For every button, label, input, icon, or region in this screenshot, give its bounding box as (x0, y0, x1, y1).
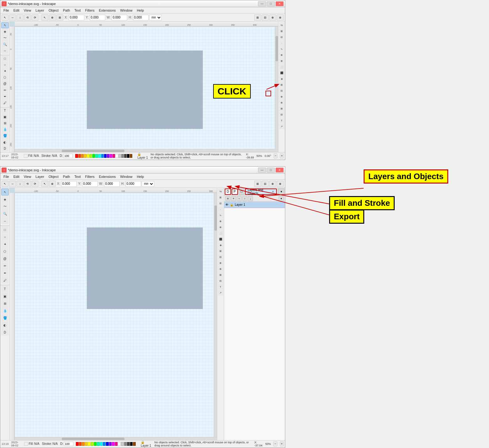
color-cyan[interactable] (98, 154, 101, 158)
x-input[interactable] (69, 15, 84, 20)
bottom-color-magenta[interactable] (112, 442, 115, 446)
bottom-snap-main-btn[interactable]: % (218, 189, 223, 194)
connector-tool[interactable]: D (1, 146, 9, 152)
bottom-color-orange-red[interactable] (79, 442, 82, 446)
layer-menu-btn[interactable]: ≡ (225, 196, 230, 201)
bottom-snap-r5[interactable]: ⊕ (218, 218, 223, 224)
bottom-horizontal-scrollbar[interactable] (15, 437, 217, 440)
star-tool[interactable]: ✦ (1, 68, 9, 74)
toolbar-btn-8[interactable]: ⊞ (56, 14, 63, 21)
menu-extensions[interactable]: Extensions (97, 8, 118, 13)
bottom-x-input[interactable] (61, 181, 77, 187)
bottom-d-input[interactable] (64, 442, 73, 446)
y-input[interactable] (90, 15, 105, 20)
snap-btn-1[interactable]: ⊞ (254, 14, 261, 21)
bottom-menu-extensions[interactable]: Extensions (97, 174, 118, 179)
layer-down-btn[interactable]: ↓ (248, 196, 253, 201)
rect-tool[interactable]: □ (1, 56, 9, 61)
menu-edit[interactable]: Edit (12, 8, 21, 13)
bottom-tweak-tool[interactable]: 〜 (1, 203, 9, 210)
bottom-color-lgray[interactable] (121, 442, 124, 446)
bottom-menu-layer[interactable]: Layer (34, 174, 46, 179)
snap-r17[interactable]: ↗ (279, 124, 285, 129)
color-yellow[interactable] (84, 154, 87, 158)
layers-objects-tab[interactable]: Layers and Objects ✕ (245, 189, 277, 195)
layer-del-btn[interactable]: − (237, 196, 242, 201)
toolbar-btn-2[interactable]: ↔ (9, 14, 16, 21)
pen-tool[interactable]: ✒ (1, 93, 9, 99)
menu-path[interactable]: Path (61, 8, 72, 13)
spiral-tool[interactable]: @ (1, 81, 9, 87)
layer-add-btn[interactable]: + (231, 196, 236, 201)
bottom-toolbar-btn-5[interactable]: ⟳ (32, 181, 39, 187)
bottom-spiral-tool[interactable]: @ (1, 255, 9, 262)
zoom-minus-bottom[interactable]: − (273, 441, 277, 446)
bottom-color-orange[interactable] (82, 442, 85, 446)
tweak-tool[interactable]: 〜 (1, 35, 9, 41)
bottom-color-black[interactable] (130, 442, 133, 446)
h-input[interactable] (133, 15, 149, 20)
bottom-toolbar-btn-2[interactable]: ↔ (9, 181, 16, 187)
canvas-background[interactable] (15, 27, 278, 152)
eraser-tool[interactable]: ◐ (1, 139, 9, 145)
bottom-mesh-tool[interactable]: ⊞ (1, 300, 9, 307)
bottom-snap-r11[interactable]: ⊟ (218, 254, 223, 260)
bottom-minimize-button[interactable]: — (258, 168, 266, 173)
snap-btn-4[interactable]: ⊗ (277, 14, 284, 21)
bottom-color-lime[interactable] (91, 442, 94, 446)
bottom-circle-tool[interactable]: ○ (1, 233, 9, 240)
another-icon-btn[interactable]: □ (239, 189, 245, 195)
bottom-w-input[interactable] (104, 181, 120, 187)
bottom-maximize-button[interactable]: □ (267, 168, 275, 173)
zoom-minus-top[interactable]: − (274, 153, 277, 158)
bottom-color-pink[interactable] (115, 442, 118, 446)
bottom-unit-select[interactable]: mmpxin (142, 181, 154, 187)
bottom-color-dgray[interactable] (127, 442, 130, 446)
snap-r15[interactable]: ⊟ (279, 112, 285, 117)
bottom-3d-box-tool[interactable]: ⬡ (1, 248, 9, 255)
callig-tool[interactable]: 🖊 (1, 100, 9, 106)
bottom-color-yellow[interactable] (85, 442, 88, 446)
mesh-tool[interactable]: ⊞ (1, 120, 9, 126)
layer-1-row[interactable]: 👁 🔒 Layer 1 (224, 202, 285, 208)
gradient-tool[interactable]: ▣ (1, 114, 9, 120)
bottom-menu-text[interactable]: Text (72, 174, 82, 179)
bottom-snap-r8[interactable]: ⬛ (218, 236, 223, 242)
color-blue[interactable] (101, 154, 104, 158)
snap-r8[interactable]: ⬛ (279, 70, 285, 76)
bottom-menu-help[interactable]: Help (135, 174, 146, 179)
bottom-toolbar-btn-3[interactable]: ↕ (17, 181, 24, 187)
bottom-snap-r15[interactable]: ⊟ (218, 278, 223, 284)
bottom-snap-r17[interactable]: ↗ (218, 290, 223, 296)
bottom-gradient-tool[interactable]: ▣ (1, 293, 9, 300)
color-black[interactable] (127, 154, 129, 158)
bottom-pencil-tool[interactable]: ✏ (1, 262, 9, 269)
bottom-snap-r4[interactable]: ∿ (218, 212, 223, 218)
bottom-select-tool[interactable]: ↖ (1, 189, 9, 195)
w-input[interactable] (112, 15, 127, 20)
color-lime[interactable] (90, 154, 92, 158)
bottom-menu-path[interactable]: Path (61, 174, 72, 179)
bottom-color-green[interactable] (94, 442, 97, 446)
menu-view[interactable]: View (22, 8, 33, 13)
vertical-scrollbar[interactable] (275, 27, 278, 149)
snap-r11[interactable]: ⊟ (279, 88, 285, 93)
bottom-eraser-tool[interactable]: ◐ (1, 322, 9, 328)
color-yellow2[interactable] (87, 154, 89, 158)
bottom-snap-r14[interactable]: ⊞ (218, 272, 223, 278)
toolbar-btn-3[interactable]: ↕ (17, 14, 24, 21)
bottom-snap-btn-3[interactable]: ⊕ (269, 181, 276, 187)
color-orange-red[interactable] (78, 154, 81, 158)
layer-up-btn[interactable]: ↑ (242, 196, 247, 201)
bottom-color-darkblue[interactable] (106, 442, 109, 446)
bottom-toolbar-btn-1[interactable]: ↖ (2, 181, 8, 187)
snap-r13[interactable]: ⊗ (279, 100, 285, 105)
menu-window[interactable]: Window (118, 8, 134, 13)
bottom-snap-btn-4[interactable]: ⊗ (277, 181, 284, 187)
minimize-button[interactable]: — (258, 1, 266, 6)
snap-r16[interactable]: T (279, 118, 285, 123)
bottom-vertical-scrollbar[interactable] (214, 193, 217, 437)
menu-help[interactable]: Help (135, 8, 146, 13)
snap-r5[interactable]: ⊕ (279, 52, 285, 58)
bottom-color-yellow2[interactable] (88, 442, 91, 446)
